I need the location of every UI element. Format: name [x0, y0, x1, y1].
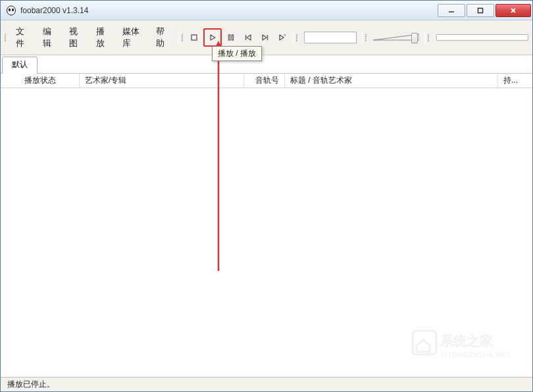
titlebar: foobar2000 v1.3.14	[1, 1, 532, 20]
svg-point-1	[9, 8, 11, 11]
toolbar-grip[interactable]	[428, 30, 431, 45]
tooltip: 播放 / 播放	[212, 46, 262, 61]
svg-text:系统之家: 系统之家	[440, 333, 493, 348]
volume-handle[interactable]	[411, 33, 418, 43]
svg-point-2	[12, 8, 14, 11]
previous-button[interactable]	[240, 30, 256, 45]
toolbar-separator	[178, 30, 179, 45]
menu-edit[interactable]: 编辑	[36, 23, 63, 52]
tab-default[interactable]: 默认	[2, 57, 38, 74]
menu-library[interactable]: 媒体库	[116, 23, 149, 52]
app-window: foobar2000 v1.3.14 文件 编辑 视图 播放 媒体库 帮助	[0, 0, 533, 392]
status-text: 播放已停止。	[7, 379, 55, 390]
column-play-state[interactable]: 播放状态	[1, 74, 80, 87]
window-title: foobar2000 v1.3.14	[20, 6, 436, 15]
svg-marker-12	[247, 35, 251, 40]
watermark: 系统之家 XITONGZHIJIA.NET	[411, 324, 530, 364]
menu-playback[interactable]: 播放	[89, 23, 116, 52]
toolbar-separator	[362, 30, 363, 45]
svg-marker-8	[211, 35, 215, 40]
seekbar[interactable]	[304, 32, 357, 43]
column-track-number[interactable]: 音轨号	[244, 74, 285, 87]
pause-button[interactable]	[223, 30, 239, 45]
playlist-header: 播放状态 艺术家/专辑 音轨号 标题 / 音轨艺术家 持...	[1, 74, 532, 88]
toolbar-grip[interactable]	[296, 30, 299, 45]
svg-rect-18	[413, 331, 436, 355]
minimize-button[interactable]	[438, 4, 465, 17]
progress-bar[interactable]	[436, 34, 528, 41]
toolbar-grip[interactable]	[182, 30, 185, 45]
menu-help[interactable]: 帮助	[149, 23, 176, 52]
menu-bar: 文件 编辑 视图 播放 媒体库 帮助	[9, 23, 176, 52]
play-button[interactable]	[203, 28, 222, 47]
volume-slider[interactable]	[373, 32, 419, 43]
svg-rect-9	[229, 35, 230, 40]
column-artist-album[interactable]: 艺术家/专辑	[80, 74, 244, 87]
toolbar-separator	[424, 30, 425, 45]
menu-file[interactable]: 文件	[9, 23, 36, 52]
svg-point-0	[7, 6, 16, 15]
column-title[interactable]: 标题 / 音轨艺术家	[285, 74, 498, 87]
maximize-button[interactable]	[467, 4, 494, 17]
statusbar: 播放已停止。	[1, 377, 532, 391]
column-duration[interactable]: 持...	[498, 74, 532, 87]
svg-marker-13	[263, 35, 266, 40]
svg-rect-10	[232, 35, 234, 40]
toolbar-grip[interactable]	[5, 30, 8, 45]
svg-rect-4	[478, 8, 483, 12]
toolbar-grip[interactable]	[365, 30, 368, 45]
svg-rect-7	[191, 35, 197, 40]
random-button[interactable]: ?	[274, 30, 290, 45]
stop-button[interactable]	[186, 30, 202, 45]
playback-controls: ?	[186, 28, 290, 47]
close-button[interactable]	[495, 4, 531, 17]
playlist-body[interactable]: 系统之家 XITONGZHIJIA.NET	[1, 88, 532, 377]
svg-text:?: ?	[284, 34, 286, 37]
menu-view[interactable]: 视图	[63, 23, 89, 52]
app-icon	[6, 5, 16, 16]
next-button[interactable]	[257, 30, 273, 45]
toolbar: 文件 编辑 视图 播放 媒体库 帮助	[1, 20, 532, 55]
svg-text:XITONGZHIJIA.NET: XITONGZHIJIA.NET	[440, 351, 511, 358]
tab-strip: 默认	[1, 55, 532, 74]
window-controls	[436, 4, 531, 17]
toolbar-separator	[293, 30, 293, 45]
